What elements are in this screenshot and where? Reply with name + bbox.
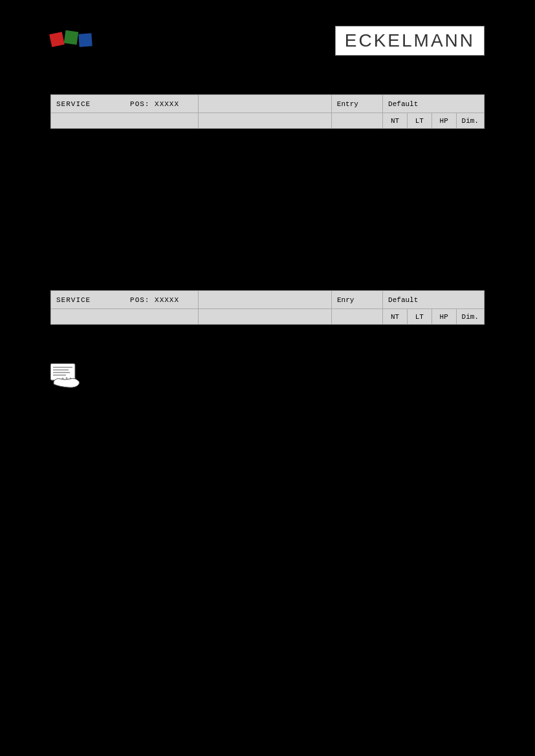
table-row: SERVICE POS: XXXXX Enry Default [51, 291, 485, 309]
red-square-icon [49, 32, 65, 47]
eckelmann-logo: ECKELMANN [335, 26, 485, 56]
middle-cell-1 [199, 95, 331, 113]
hand-receipt-icon [50, 363, 485, 391]
entry-cell-bottom-1 [331, 113, 382, 129]
hand-receipt-svg [50, 363, 86, 388]
service-cell-2: SERVICE POS: XXXXX [51, 291, 199, 309]
middle-cell-bottom-1 [199, 113, 331, 129]
lt-cell-2: LT [407, 309, 431, 325]
middle-cell-bottom-2 [199, 309, 332, 325]
table-row: NT LT HP Dim. [51, 309, 485, 325]
nt-cell-1: NT [383, 113, 408, 129]
dim-cell-1: Dim. [456, 113, 484, 129]
logo-left [50, 31, 93, 50]
table-row: NT LT HP Dim. [51, 113, 485, 129]
second-table-wrapper: SERVICE POS: XXXXX Enry Default NT LT HP… [50, 290, 485, 325]
entry-cell-1: Entry [331, 95, 382, 113]
entry-cell-bottom-2 [331, 309, 382, 325]
service-cell-1: SERVICE POS: XXXXX [51, 95, 199, 113]
default-cell-1: Default [383, 95, 485, 113]
hp-cell-1: HP [431, 113, 456, 129]
entry-cell-2: Enry [331, 291, 382, 309]
service-table-1: SERVICE POS: XXXXX Entry Default NT LT H… [50, 94, 485, 129]
service-cell-bottom-2 [51, 309, 199, 325]
nt-cell-2: NT [383, 309, 408, 325]
middle-cell-2 [199, 291, 332, 309]
hp-cell-2: HP [431, 309, 456, 325]
service-cell-bottom-1 [51, 113, 199, 129]
table-row: SERVICE POS: XXXXX Entry Default [51, 95, 485, 113]
lt-cell-1: LT [407, 113, 431, 129]
default-cell-2: Default [383, 291, 485, 309]
header: ECKELMANN [50, 26, 485, 56]
dim-cell-2: Dim. [456, 309, 484, 325]
page-container: ECKELMANN SERVICE POS: XXXXX Entry Defau… [0, 0, 535, 756]
eckelmann-logo-text: ECKELMANN [345, 30, 475, 50]
blue-square-icon [78, 33, 92, 47]
green-square-icon [64, 30, 79, 45]
service-table-2: SERVICE POS: XXXXX Enry Default NT LT HP… [50, 290, 485, 325]
